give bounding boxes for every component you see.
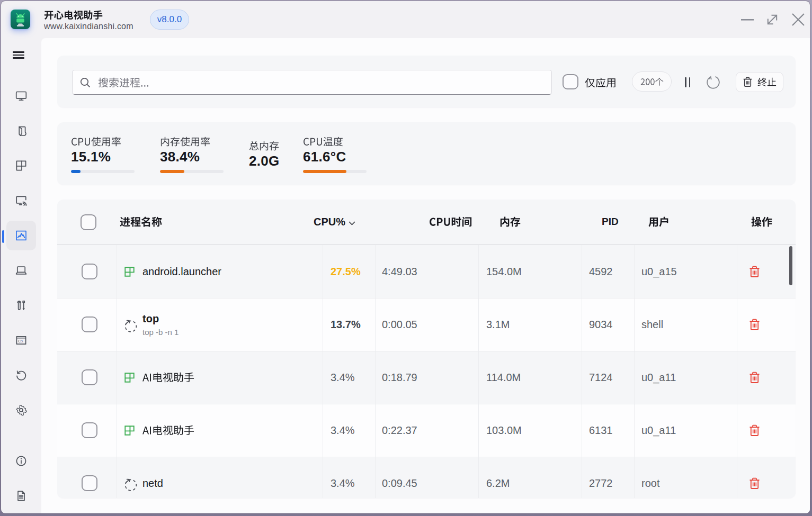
column-header-ops	[751, 200, 772, 244]
sidebar-item-terminal[interactable]: C:\	[6, 325, 36, 355]
column-header-time	[429, 200, 472, 244]
kill-process-button[interactable]	[748, 477, 761, 490]
sidebar-item-info[interactable]	[6, 446, 36, 476]
column-divider	[737, 457, 737, 498]
sidebar-item-history[interactable]	[6, 360, 36, 390]
cell-cpu: 13.7%	[331, 298, 361, 351]
apps-only-checkbox[interactable]	[563, 74, 578, 89]
table-scrollbar[interactable]	[789, 246, 792, 285]
close-button[interactable]	[787, 8, 809, 31]
apps-only-label[interactable]	[585, 70, 617, 95]
process-circle-icon	[123, 319, 138, 333]
process-name: netd	[142, 457, 163, 498]
sidebar-item-monitor[interactable]	[6, 81, 36, 111]
bar-fill	[303, 170, 346, 173]
row-divider	[57, 457, 796, 457]
column-divider	[634, 404, 635, 457]
sort-chevron-down-icon	[347, 219, 356, 228]
sidebar-item-laptop[interactable]	[6, 256, 36, 285]
cell-user: u0_a15	[641, 245, 677, 298]
cell-memory: 114.0M	[486, 351, 521, 404]
sidebar-item-package[interactable]	[6, 116, 36, 146]
stat-value: 61.6°C	[303, 149, 346, 165]
process-row-AI电视助手[interactable]: 3.4%0:22.37103.0M6131u0_a11	[57, 404, 796, 457]
desktop: { "theme": { "accent_blue": "#2e74ee", "…	[0, 0, 812, 516]
process-name	[142, 351, 194, 404]
column-divider	[737, 298, 737, 351]
kill-process-button[interactable]	[748, 266, 761, 278]
cpu-temp-bar	[303, 170, 367, 173]
android-robot-icon	[16, 14, 24, 26]
column-divider	[117, 404, 117, 457]
column-divider	[323, 298, 323, 351]
toolbar-card	[57, 56, 796, 107]
sidebar-item-settings[interactable]	[6, 395, 36, 425]
process-row-top[interactable]: toptop -b -n 113.7%0:00.053.1M9034shell	[57, 298, 796, 351]
minimize-button[interactable]	[736, 8, 759, 31]
row-checkbox[interactable]	[82, 316, 97, 332]
kill-process-button[interactable]	[748, 319, 761, 331]
row-type-icon	[123, 477, 138, 492]
process-row-netd[interactable]: netd3.4%0:09.456.2M2772root	[57, 457, 796, 498]
pause-button[interactable]	[679, 73, 697, 91]
column-divider	[117, 245, 117, 298]
process-row-android.launcher[interactable]: android.launcher27.5%4:49.03154.0M4592u0…	[57, 245, 796, 298]
column-header-name	[120, 200, 162, 244]
mem-usage-bar	[160, 170, 224, 173]
kill-process-button[interactable]	[748, 424, 761, 437]
column-divider	[634, 245, 635, 298]
process-cmdline: top -b -n 1	[142, 328, 179, 337]
column-divider	[582, 404, 582, 457]
refresh-button[interactable]	[704, 73, 722, 91]
row-type-icon	[123, 319, 138, 333]
trash-icon	[748, 424, 761, 437]
sidebar-item-performance[interactable]	[6, 221, 36, 250]
stats-card: 15.1% 38.4% 2.0G 61.6°C	[57, 122, 796, 185]
history-icon	[15, 369, 28, 382]
kill-button[interactable]	[736, 72, 783, 92]
cell-memory: 154.0M	[486, 245, 522, 298]
process-row-AI电视助手[interactable]: 3.4%0:18.79114.0M7124u0_a11	[57, 351, 796, 404]
trash-icon	[748, 372, 761, 384]
resize-button[interactable]	[761, 8, 783, 31]
column-divider	[375, 298, 376, 351]
laptop-icon	[15, 264, 28, 277]
sidebar-item-tools[interactable]	[6, 291, 36, 320]
app-window: www.kaixindianshi.com v8.0.0 C:\	[1, 1, 810, 513]
row-checkbox[interactable]	[82, 369, 97, 385]
cell-cpu-time: 4:49.03	[382, 245, 417, 298]
cell-pid: 9034	[589, 298, 613, 351]
row-checkbox[interactable]	[82, 422, 97, 438]
select-all-checkbox[interactable]	[81, 214, 96, 230]
process-count-button[interactable]	[632, 71, 672, 92]
cell-cpu-time: 0:18.79	[382, 351, 417, 404]
column-header-cpu[interactable]: CPU%	[314, 200, 356, 244]
app-logo	[11, 10, 30, 29]
package-icon	[15, 125, 28, 138]
row-checkbox[interactable]	[82, 475, 97, 491]
cell-user: shell	[641, 298, 663, 351]
search-placeholder	[98, 70, 149, 95]
column-divider	[375, 245, 376, 298]
cell-cpu: 3.4%	[331, 351, 355, 404]
sidebar-item-document[interactable]	[6, 481, 36, 511]
row-type-icon	[123, 372, 136, 384]
sidebar-item-layout-grid[interactable]	[6, 151, 36, 180]
close-icon	[791, 13, 805, 26]
app-grid-icon	[123, 372, 136, 384]
menu-toggle-button[interactable]	[13, 50, 25, 60]
sidebar-item-screencast[interactable]	[6, 186, 36, 215]
kill-process-button[interactable]	[748, 372, 761, 384]
kill-button-label	[757, 77, 777, 87]
document-icon	[15, 490, 28, 502]
column-divider	[634, 298, 635, 351]
column-divider	[375, 404, 376, 457]
column-header-cpu-label: CPU%	[314, 216, 345, 228]
row-checkbox[interactable]	[82, 264, 97, 279]
search-input[interactable]	[72, 70, 552, 95]
trash-icon	[748, 266, 761, 278]
cell-cpu-time: 0:09.45	[382, 457, 417, 498]
column-divider	[323, 457, 323, 498]
monitor-icon	[15, 89, 28, 102]
cell-memory: 6.2M	[486, 457, 510, 498]
